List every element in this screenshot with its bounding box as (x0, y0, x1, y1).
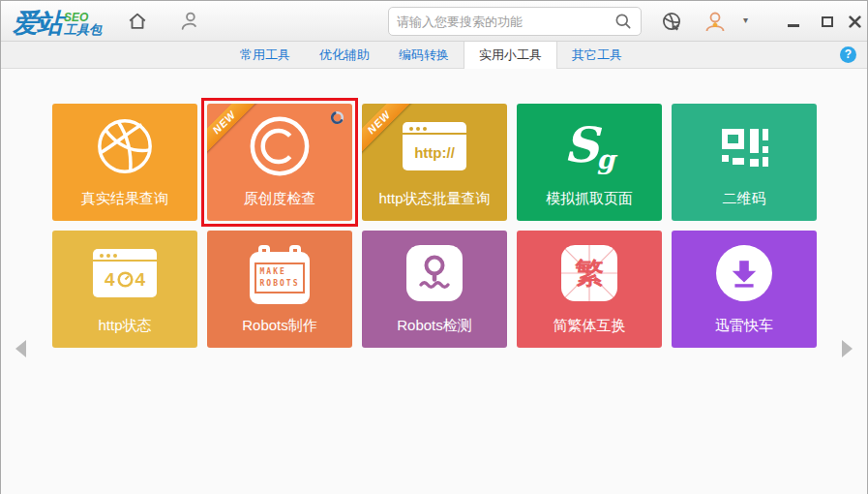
logo-brand-text: 爱站 (13, 6, 61, 41)
tab-other-tools[interactable]: 其它工具 (557, 42, 637, 69)
tile-label: 原创度检查 (207, 190, 352, 208)
tile-label: 简繁体互换 (517, 317, 662, 335)
tile-label: 模拟抓取页面 (517, 190, 662, 208)
tile-label: http状态批量查询 (362, 190, 507, 208)
tile-real-results[interactable]: 真实结果查询 (52, 104, 197, 221)
title-bar: 爱站 SEO 工具包 (1, 1, 867, 42)
tile-originality-check[interactable]: NEW 原创度检查 (207, 104, 352, 221)
spider-sg-icon: S g (564, 121, 615, 172)
tile-label: http状态 (52, 317, 197, 335)
tile-label: 真实结果查询 (52, 190, 197, 208)
traditional-char-icon: 繁 (561, 245, 617, 301)
tile-label: 二维码 (672, 190, 817, 208)
account-dropdown-caret-icon[interactable]: ▾ (743, 15, 748, 25)
tile-robots-check[interactable]: Robots检测 (362, 231, 507, 348)
download-icon (716, 245, 772, 301)
tile-thunder-download[interactable]: 迅雷快车 (672, 231, 817, 348)
scroll-right-arrow[interactable] (842, 340, 853, 357)
tile-simplified-traditional[interactable]: 繁 简繁体互换 (517, 231, 662, 348)
user-button[interactable] (178, 10, 201, 33)
tab-common-tools[interactable]: 常用工具 (225, 42, 305, 69)
home-button[interactable] (126, 10, 149, 33)
tab-utility-tools[interactable]: 实用小工具 (464, 42, 557, 69)
app-window: 爱站 SEO 工具包 (0, 0, 868, 494)
tab-seo-assist[interactable]: 优化辅助 (305, 42, 384, 69)
tile-http-status[interactable]: 4 4 http状态 (52, 231, 197, 348)
tile-label: 迅雷快车 (672, 317, 817, 335)
tab-bar: 常用工具 优化辅助 编码转换 实用小工具 其它工具 ? (1, 42, 867, 69)
help-button[interactable]: ? (840, 46, 856, 63)
search-icon[interactable] (614, 12, 633, 31)
user-icon (179, 11, 200, 32)
tile-qrcode[interactable]: 二维码 (672, 104, 817, 221)
logo-suffix-text: 工具包 (64, 23, 102, 36)
scroll-left-arrow[interactable] (15, 340, 26, 357)
close-icon (849, 15, 861, 28)
minimize-button[interactable] (783, 11, 804, 32)
clock-icon (117, 271, 134, 288)
make-robots-icon: MAKE ROBOTS (250, 252, 310, 304)
globe-wrench-icon (661, 11, 683, 33)
avatar-icon (703, 10, 727, 34)
tile-robots-maker[interactable]: MAKE ROBOTS Robots制作 (207, 231, 352, 348)
tile-http-batch-check[interactable]: NEW http:// http状态批量查询 (362, 104, 507, 221)
account-avatar-button[interactable] (703, 10, 727, 33)
minimize-icon (788, 24, 799, 27)
tile-simulate-crawl[interactable]: S g 模拟抓取页面 (517, 104, 662, 221)
search-input[interactable] (397, 15, 614, 29)
logo-seo-text: SEO (64, 12, 102, 23)
tile-label: Robots检测 (362, 317, 507, 335)
copyright-icon (207, 104, 352, 189)
app-logo: 爱站 SEO 工具包 (13, 6, 102, 41)
close-button[interactable] (844, 11, 865, 32)
maximize-button[interactable] (817, 11, 838, 32)
tile-label: Robots制作 (207, 317, 352, 335)
maximize-icon (822, 16, 833, 27)
network-tools-button[interactable] (660, 10, 683, 33)
home-icon (127, 11, 148, 32)
dribbble-ball-icon (52, 104, 197, 189)
tools-grid: 真实结果查询 NEW 原创度检查 (52, 104, 817, 348)
browser-404-icon: 4 4 (93, 249, 157, 297)
browser-http-icon: http:// (403, 122, 466, 170)
search-box (388, 7, 642, 36)
magnifier-waves-icon (406, 245, 463, 301)
content-area: 真实结果查询 NEW 原创度检查 (1, 69, 867, 494)
qr-code-icon (672, 104, 817, 189)
tab-encoding-convert[interactable]: 编码转换 (384, 42, 464, 69)
